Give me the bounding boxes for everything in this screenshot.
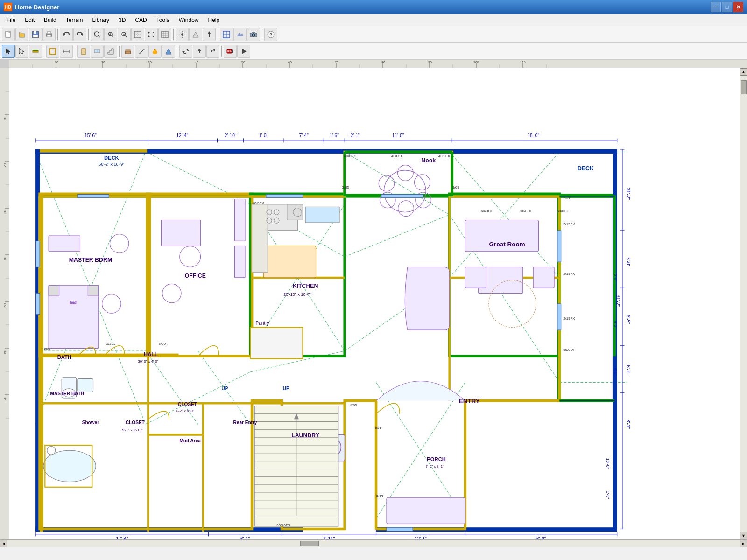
scroll-right-button[interactable]: ►	[740, 540, 747, 547]
maximize-button[interactable]: □	[722, 2, 732, 12]
svg-rect-3	[34, 31, 36, 34]
shape-tool-button[interactable]	[162, 45, 175, 58]
scroll-left-button[interactable]: ◄	[0, 540, 7, 547]
select-tool-button[interactable]	[2, 45, 15, 58]
menu-terrain[interactable]: Terrain	[61, 15, 88, 25]
content-area: 10 20 30 40 50 60 70 80 90 100 110	[0, 60, 747, 539]
dimension-button[interactable]	[60, 45, 73, 58]
fill-button[interactable]	[148, 45, 162, 58]
minimize-button[interactable]: ─	[711, 2, 721, 12]
zoom-window-button[interactable]	[104, 28, 117, 41]
svg-rect-310	[78, 194, 109, 197]
floorplan-button[interactable]	[220, 28, 233, 41]
scroll-thumb-vertical[interactable]	[741, 80, 747, 94]
svg-rect-228	[263, 246, 316, 278]
svg-point-63	[211, 50, 212, 52]
svg-text:7'-11": 7'-11"	[323, 536, 335, 539]
svg-text:1'-5": 1'-5"	[606, 491, 610, 499]
arrow-button[interactable]	[193, 45, 206, 58]
menu-3d[interactable]: 3D	[114, 15, 130, 25]
room-tool-button[interactable]	[46, 45, 59, 58]
scroll-down-button[interactable]: ▼	[740, 532, 747, 539]
floor-plan-svg[interactable]: 15'-6" 12'-4" 2'-10" 1'-0" 7'-4" 1'-6" 2…	[9, 68, 740, 539]
svg-text:10: 10	[55, 61, 58, 64]
svg-rect-201	[40, 149, 147, 153]
svg-text:50: 50	[3, 303, 7, 307]
svg-text:UP: UP	[222, 386, 228, 391]
svg-line-11	[99, 35, 100, 37]
zoom-out-button[interactable]	[118, 28, 131, 41]
svg-rect-313	[557, 231, 561, 262]
svg-rect-220	[49, 236, 80, 252]
menu-library[interactable]: Library	[87, 15, 114, 25]
bottom-scrollbar: ◄ ►	[0, 539, 747, 547]
separator	[75, 46, 75, 57]
scroll-thumb-horizontal[interactable]	[300, 541, 319, 546]
menu-cad[interactable]: CAD	[130, 15, 151, 25]
svg-marker-39	[6, 48, 10, 54]
zoom-in-button[interactable]	[131, 28, 144, 41]
svg-text:2/19FX: 2/19FX	[563, 222, 575, 226]
svg-text:40/0FX: 40/0FX	[252, 201, 264, 205]
svg-rect-70	[9, 60, 747, 68]
print-button[interactable]	[42, 28, 56, 41]
undo-button[interactable]	[60, 28, 73, 41]
door-tool-button[interactable]	[77, 45, 90, 58]
svg-text:17'-4": 17'-4"	[116, 536, 128, 539]
help-button[interactable]: ?	[264, 28, 277, 41]
menu-tools[interactable]: Tools	[152, 15, 174, 25]
svg-text:1'-0": 1'-0"	[259, 133, 268, 138]
close-button[interactable]: ✕	[733, 2, 743, 12]
rotate-button[interactable]	[179, 45, 192, 58]
svg-rect-314	[557, 304, 561, 330]
svg-text:3/65: 3/65	[452, 185, 459, 189]
new-button[interactable]	[2, 28, 15, 41]
open-button[interactable]	[15, 28, 28, 41]
menu-help[interactable]: Help	[203, 15, 224, 25]
draw-button[interactable]	[135, 45, 148, 58]
save-button[interactable]	[29, 28, 42, 41]
svg-text:40: 40	[3, 257, 7, 260]
line-tool-button[interactable]	[15, 45, 28, 58]
shape-button[interactable]	[189, 28, 202, 41]
redo-button[interactable]	[73, 28, 86, 41]
camera-button[interactable]	[247, 28, 260, 41]
menu-file[interactable]: File	[2, 15, 20, 25]
svg-text:2/19FX: 2/19FX	[563, 272, 575, 276]
app-icon: HD	[4, 3, 12, 11]
add-button[interactable]	[176, 28, 189, 41]
svg-text:HALL: HALL	[144, 351, 158, 357]
play-button[interactable]	[237, 45, 250, 58]
svg-text:15'-6": 15'-6"	[85, 133, 97, 138]
menu-edit[interactable]: Edit	[20, 15, 39, 25]
stair-tool-button[interactable]	[104, 45, 117, 58]
svg-text:3/65: 3/65	[342, 185, 350, 189]
scroll-up-button[interactable]: ▲	[740, 68, 747, 76]
view-button[interactable]	[233, 28, 247, 41]
record-button[interactable]: REC	[224, 45, 237, 58]
svg-text:LAUNDRY: LAUNDRY	[291, 432, 320, 439]
wall-tool-button[interactable]	[29, 45, 42, 58]
furniture-button[interactable]	[121, 45, 134, 58]
svg-text:bed: bed	[70, 301, 76, 305]
window-tool-button[interactable]	[91, 45, 104, 58]
svg-rect-311	[266, 194, 303, 197]
svg-text:31'-2": 31'-2"	[615, 294, 620, 307]
separator	[173, 29, 174, 40]
toolbar-secondary: REC	[0, 43, 747, 60]
zoom-button[interactable]	[91, 28, 104, 41]
grid-button[interactable]	[158, 28, 171, 41]
floor-plan-area[interactable]: 15'-6" 12'-4" 2'-10" 1'-0" 7'-4" 1'-6" 2…	[9, 68, 740, 539]
svg-rect-250	[533, 267, 554, 288]
svg-text:3/65: 3/65	[159, 342, 166, 346]
svg-text:OFFICE: OFFICE	[185, 273, 206, 279]
svg-text:60/0DH: 60/0DH	[481, 209, 493, 213]
svg-text:70: 70	[3, 397, 7, 400]
up-button[interactable]	[203, 28, 216, 41]
fit-page-button[interactable]	[145, 28, 158, 41]
transform-button[interactable]	[206, 45, 219, 58]
menu-window[interactable]: Window	[174, 15, 204, 25]
menu-build[interactable]: Build	[39, 15, 61, 25]
svg-text:9'-1" x 9'-10": 9'-1" x 9'-10"	[122, 428, 143, 432]
svg-text:20: 20	[101, 61, 105, 64]
